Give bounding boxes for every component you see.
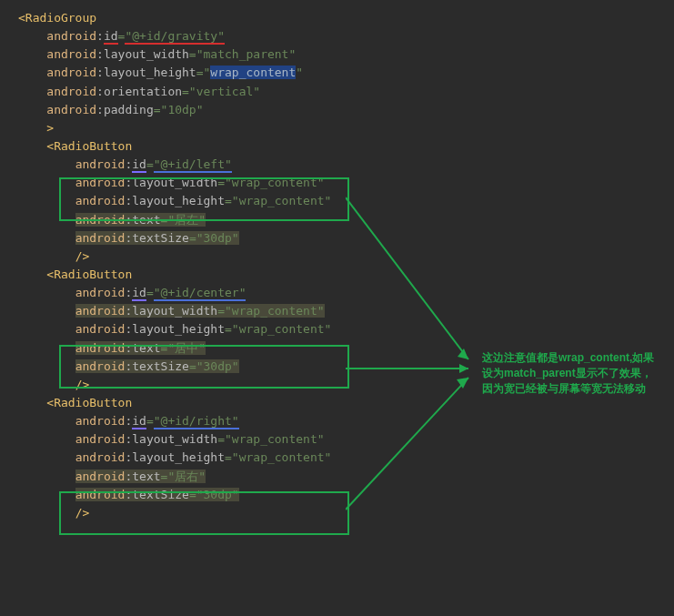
- code-line: >: [18, 119, 665, 137]
- code-line: android:id="@+id/center": [18, 284, 665, 302]
- code-line: <RadioButton: [18, 394, 665, 412]
- code-line: android:orientation="vertical": [18, 83, 665, 101]
- code-line: android:layout_width="wrap_content": [18, 430, 665, 449]
- code-line: android:layout_height="wrap_content": [18, 192, 665, 210]
- code-line: android:layout_width="match_parent": [18, 45, 665, 64]
- code-line: android:layout_height="wrap_content": [18, 449, 665, 467]
- code-line: <RadioButton: [18, 137, 665, 156]
- tag-radiogroup: <RadioGroup: [18, 11, 96, 25]
- code-line: android:layout_height="wrap_content": [18, 64, 665, 82]
- code-editor[interactable]: <RadioGroup android:id="@+id/gravity" an…: [0, 0, 674, 531]
- tag-radiobutton: <RadioButton: [46, 139, 132, 153]
- annotation-text: 这边注意值都是wrap_content,如果 设为match_parent显示不…: [482, 350, 674, 396]
- code-line: android:textSize="30dp": [18, 229, 665, 247]
- code-line: android:layout_height="wrap_content": [18, 320, 665, 338]
- selected-text[interactable]: wrap_content: [210, 66, 296, 79]
- code-line: />: [18, 504, 665, 522]
- code-line: android:text="居左": [18, 211, 665, 229]
- code-line: android:text="居右": [18, 468, 665, 486]
- code-line: android:id="@+id/right": [18, 412, 665, 430]
- code-line: <RadioGroup: [18, 9, 665, 27]
- code-line: android:layout_width="wrap_content": [18, 174, 665, 192]
- code-line: android:layout_width="wrap_content": [18, 302, 665, 320]
- code-line: android:id="@+id/left": [18, 156, 665, 174]
- code-line: />: [18, 247, 665, 266]
- code-line: android:padding="10dp": [18, 101, 665, 119]
- code-line: android:textSize="30dp": [18, 486, 665, 504]
- code-line: android:id="@+id/gravity": [18, 27, 665, 45]
- code-line: <RadioButton: [18, 266, 665, 284]
